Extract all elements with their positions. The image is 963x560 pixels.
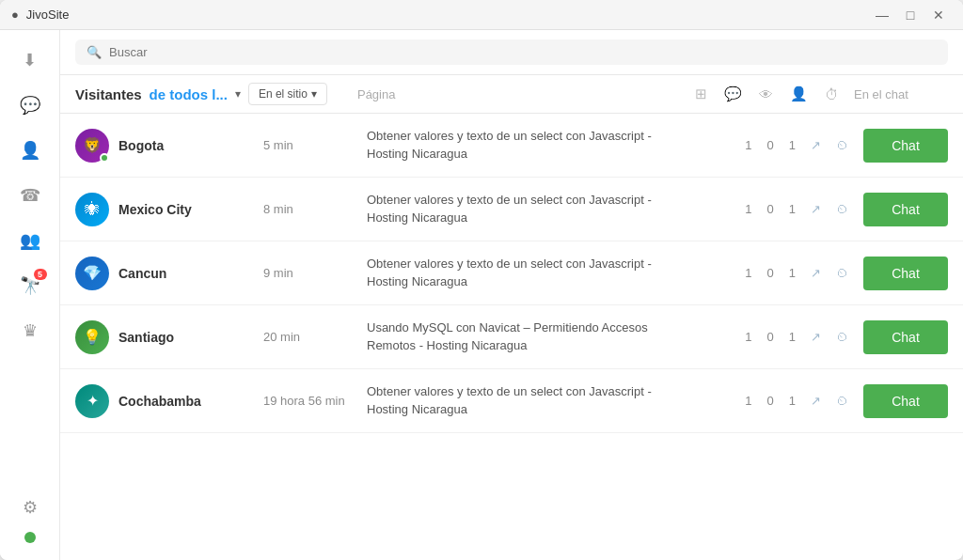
status-indicator [24,532,36,543]
sidebar-item-crown[interactable]: ♛ [9,310,51,351]
inbox-icon: ⬇ [23,50,37,70]
cursor-icon: ↗ [811,266,821,280]
visitor-info-0: 🦁 Bogota [75,129,263,163]
filter-sitio-label: En el sitio [259,87,308,101]
cursor-icon: ↗ [811,138,821,152]
clock-icon: ⏲ [836,330,848,344]
titlebar: ● JivoSite — □ ✕ [0,0,963,30]
contacts-icon: 👤 [20,140,40,161]
cursor-icon: ↗ [811,394,821,408]
visitor-page-1: Obtener valores y texto de un select con… [367,192,694,226]
close-button[interactable]: ✕ [925,2,952,28]
sidebar-item-contacts[interactable]: 👤 [9,130,51,171]
visitor-time-4: 19 hora 56 min [263,394,367,408]
cursor-icon: ↗ [811,330,821,344]
visitor-row: 💡 Santiago 20 min Usando MySQL con Navic… [60,305,963,369]
col-icon-pages: ⊞ [695,86,707,102]
visitor-time-3: 20 min [263,330,367,344]
clock-icon: ⏲ [836,394,848,408]
visitor-page-4: Obtener valores y texto de un select con… [367,383,694,417]
clock-icon: ⏲ [836,202,848,216]
visitor-stats-4: 1 0 1 ↗ ⏲ [694,394,863,408]
visitor-time-1: 8 min [263,202,367,216]
visitor-stats-2: 1 0 1 ↗ ⏲ [694,266,863,280]
visitor-city-1: Mexico City [118,202,192,217]
sidebar-item-chat[interactable]: 💬 [9,85,51,126]
col-icon-eye: 👁 [759,86,773,102]
chat-button-0[interactable]: Chat [863,129,948,163]
chevron-down-icon[interactable]: ▾ [235,87,241,101]
visitor-info-4: ✦ Cochabamba [75,384,263,418]
visitor-row: 🕷 Mexico City 8 min Obtener valores y te… [60,178,963,241]
visitor-avatar-3: 💡 [75,320,109,354]
online-indicator [100,153,109,163]
cursor-icon: ↗ [811,202,821,216]
page-column-label: Página [357,87,687,101]
visitor-row: 🦁 Bogota 5 min Obtener valores y texto d… [60,114,963,178]
visitor-avatar-1: 🕷 [75,193,109,226]
visitors-title: Visitantes [75,86,142,102]
app-window: ● JivoSite — □ ✕ ⬇ 💬 👤 ☎ 👥 [0,0,963,560]
chat-button-2[interactable]: Chat [863,257,948,290]
visitor-city-3: Santiago [118,330,174,345]
visitors-subtitle: de todos l... [150,86,228,102]
visitor-avatar-2: 💎 [75,257,109,290]
search-icon: 🔍 [87,45,102,59]
monitor-badge: 5 [34,269,47,280]
search-bar: 🔍 [60,30,963,75]
chat-button-1[interactable]: Chat [863,193,948,226]
sidebar-item-monitor[interactable]: 🔭 5 [9,265,51,306]
visitor-info-1: 🕷 Mexico City [75,193,263,226]
chat-button-3[interactable]: Chat [863,320,948,354]
visitor-row: ✦ Cochabamba 19 hora 56 min Obtener valo… [60,369,963,433]
visitor-stats-1: 1 0 1 ↗ ⏲ [694,202,863,216]
visitors-header: Visitantes de todos l... ▾ En el sitio ▾… [60,75,963,114]
search-input[interactable] [109,45,297,59]
col-icon-chat: 💬 [724,86,742,102]
visitor-info-3: 💡 Santiago [75,320,263,354]
filter-sitio: En el sitio ▾ [248,83,327,105]
visitor-avatar-0: 🦁 [75,129,109,163]
phone-icon: ☎ [20,185,40,206]
visitor-stats-3: 1 0 1 ↗ ⏲ [694,330,863,344]
search-input-wrap: 🔍 [75,39,948,65]
en-chat-label: En el chat [854,87,948,101]
maximize-button[interactable]: □ [897,2,924,28]
chat-icon: 💬 [20,95,40,116]
app-title: JivoSite [26,8,70,22]
visitor-city-4: Cochabamba [118,394,201,409]
settings-icon: ⚙ [23,497,38,518]
visitor-time-0: 5 min [263,138,367,152]
visitor-city-0: Bogota [118,138,164,153]
visitor-page-3: Usando MySQL con Navicat – Permitiendo A… [367,319,694,353]
visitor-page-2: Obtener valores y texto de un select con… [367,256,694,289]
visitor-info-2: 💎 Cancun [75,257,263,290]
col-icon-user: 👤 [790,86,808,102]
titlebar-left: ● JivoSite [11,8,69,22]
visitor-time-2: 9 min [263,266,367,280]
sidebar-item-team[interactable]: 👥 [9,220,51,261]
visitors-table: 🦁 Bogota 5 min Obtener valores y texto d… [60,114,963,560]
app-body: ⬇ 💬 👤 ☎ 👥 🔭 5 ♛ ⚙ [0,30,963,560]
filter-chevron-icon: ▾ [311,87,317,101]
sidebar: ⬇ 💬 👤 ☎ 👥 🔭 5 ♛ ⚙ [0,30,60,560]
visitor-city-2: Cancun [118,266,166,281]
crown-icon: ♛ [23,320,38,341]
minimize-button[interactable]: — [869,2,895,28]
col-icon-time: ⏱ [825,86,839,102]
visitor-row: 💎 Cancun 9 min Obtener valores y texto d… [60,241,963,305]
titlebar-controls: — □ ✕ [869,2,952,28]
clock-icon: ⏲ [836,138,848,152]
chat-button-4[interactable]: Chat [863,384,948,418]
sidebar-item-settings[interactable]: ⚙ [9,487,51,528]
visitor-page-0: Obtener valores y texto de un select con… [367,128,694,162]
main-content: 🔍 Visitantes de todos l... ▾ En el sitio… [60,30,963,560]
sidebar-item-phone[interactable]: ☎ [9,175,51,216]
sidebar-item-inbox[interactable]: ⬇ [9,39,51,81]
visitor-stats-0: 1 0 1 ↗ ⏲ [694,138,863,152]
team-icon: 👥 [20,230,40,251]
app-logo: ● [11,8,19,22]
visitor-avatar-4: ✦ [75,384,109,418]
filter-sitio-button[interactable]: En el sitio ▾ [248,83,327,105]
clock-icon: ⏲ [836,266,848,280]
